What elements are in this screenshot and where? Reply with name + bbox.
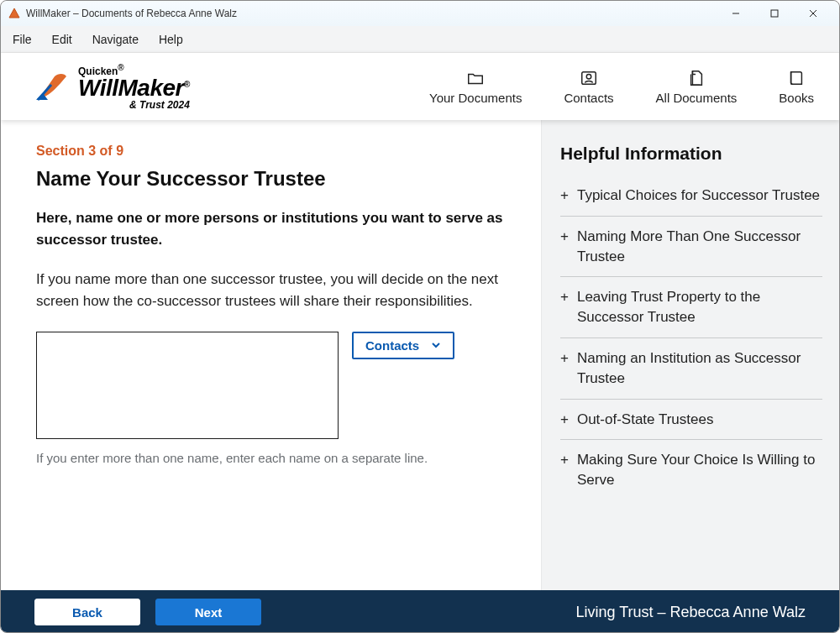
expand-plus-icon: + — [560, 287, 569, 327]
expand-plus-icon: + — [560, 410, 569, 430]
help-item-label: Out-of-State Trustees — [577, 410, 714, 430]
logo-brand-sub: & Trust 2024 — [78, 100, 190, 110]
menu-navigate[interactable]: Navigate — [92, 33, 139, 46]
back-button[interactable]: Back — [34, 599, 140, 625]
expand-plus-icon: + — [560, 348, 569, 389]
help-title: Helpful Information — [560, 144, 822, 164]
help-item-label: Making Sure Your Choice Is Willing to Se… — [577, 450, 822, 490]
chevron-down-icon — [431, 340, 441, 350]
contact-card-icon — [580, 69, 598, 87]
nav-label: Your Documents — [429, 91, 522, 105]
next-button-label: Next — [195, 605, 223, 620]
next-button[interactable]: Next — [155, 599, 261, 625]
nav-all-documents[interactable]: All Documents — [656, 69, 738, 105]
successor-trustee-textarea[interactable] — [36, 332, 339, 439]
help-item[interactable]: +Making Sure Your Choice Is Willing to S… — [560, 440, 822, 500]
nav-label: All Documents — [656, 91, 738, 105]
page-title: Name Your Successor Trustee — [36, 167, 507, 191]
svg-rect-1 — [771, 10, 778, 17]
menu-edit[interactable]: Edit — [52, 33, 72, 46]
main-content: Section 3 of 9 Name Your Successor Trust… — [1, 120, 541, 590]
window-maximize-button[interactable] — [755, 1, 794, 26]
help-item[interactable]: +Leaving Trust Property to the Successor… — [560, 277, 822, 338]
documents-stack-icon — [687, 69, 706, 87]
nav-books[interactable]: Books — [779, 69, 814, 105]
back-button-label: Back — [72, 605, 102, 620]
help-item-label: Typical Choices for Successor Trustee — [577, 186, 820, 206]
menu-help[interactable]: Help — [159, 33, 183, 46]
contacts-dropdown-label: Contacts — [365, 338, 419, 353]
nav-contacts[interactable]: Contacts — [564, 69, 613, 105]
wizard-footer: Back Next Living Trust – Rebecca Anne Wa… — [1, 590, 839, 633]
logo-reg: ® — [184, 79, 190, 88]
help-item[interactable]: +Naming More Than One Successor Trustee — [560, 217, 822, 278]
expand-plus-icon: + — [560, 227, 569, 267]
app-logo: Quicken® WillMaker® & Trust 2024 — [34, 64, 190, 110]
svg-point-5 — [586, 74, 591, 79]
menu-file[interactable]: File — [13, 33, 32, 46]
contacts-dropdown-button[interactable]: Contacts — [352, 332, 454, 359]
body-paragraph: If you name more than one successor trus… — [36, 269, 507, 313]
folder-icon — [466, 69, 485, 87]
window-minimize-button[interactable] — [717, 1, 755, 26]
window-titlebar: WillMaker – Documents of Rebecca Anne Wa… — [1, 1, 839, 26]
window-title: WillMaker – Documents of Rebecca Anne Wa… — [26, 8, 237, 19]
help-item[interactable]: +Typical Choices for Successor Trustee — [560, 175, 822, 217]
nav-label: Contacts — [564, 91, 613, 105]
quill-icon — [34, 68, 71, 105]
help-sidepanel: Helpful Information +Typical Choices for… — [541, 120, 839, 590]
help-item-label: Naming More Than One Successor Trustee — [577, 227, 822, 267]
app-toolbar: Quicken® WillMaker® & Trust 2024 Your Do… — [1, 53, 839, 120]
footer-status: Living Trust – Rebecca Anne Walz — [576, 604, 806, 621]
help-item-label: Naming an Institution as Successor Trust… — [577, 348, 822, 389]
menubar: File Edit Navigate Help — [1, 26, 839, 53]
help-item-label: Leaving Trust Property to the Successor … — [577, 287, 822, 327]
input-hint: If you enter more than one name, enter e… — [36, 451, 507, 465]
expand-plus-icon: + — [560, 186, 569, 206]
window-close-button[interactable] — [794, 1, 832, 26]
section-indicator: Section 3 of 9 — [36, 144, 507, 159]
help-item[interactable]: +Naming an Institution as Successor Trus… — [560, 338, 822, 400]
book-icon — [787, 69, 806, 87]
help-item[interactable]: +Out-of-State Trustees — [560, 400, 822, 441]
app-icon — [8, 7, 21, 20]
nav-your-documents[interactable]: Your Documents — [429, 69, 522, 105]
logo-brand-main: WillMaker — [78, 75, 184, 101]
nav-label: Books — [779, 91, 814, 105]
lead-text: Here, name one or more persons or instit… — [36, 207, 507, 250]
expand-plus-icon: + — [560, 450, 569, 490]
